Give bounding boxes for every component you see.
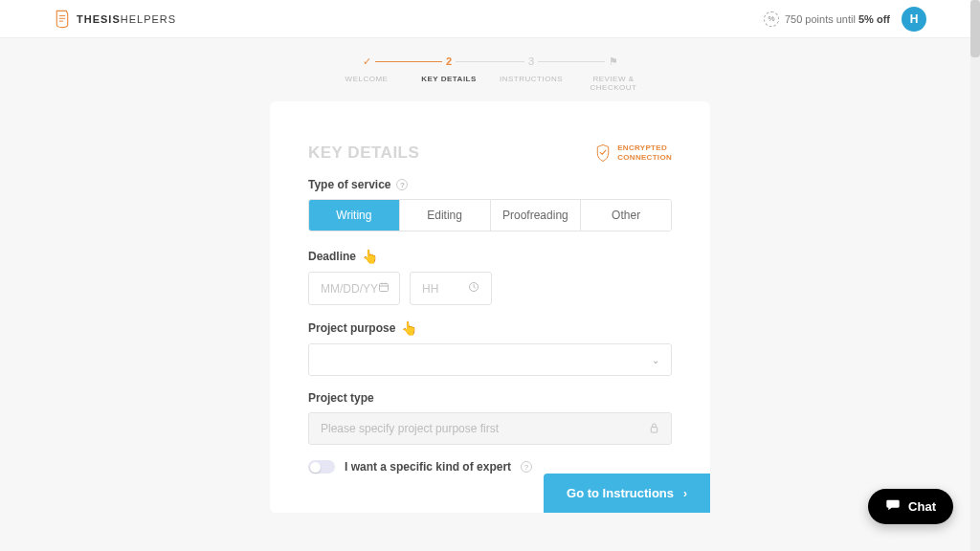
purpose-label: Project purpose 👆 [308, 320, 672, 336]
chevron-right-icon: › [683, 487, 687, 500]
scrollbar-thumb[interactable] [970, 0, 980, 57]
service-option-proofreading[interactable]: Proofreading [491, 200, 582, 231]
chat-icon [885, 498, 901, 515]
help-icon[interactable]: ? [521, 461, 532, 473]
shield-icon [594, 143, 612, 163]
purpose-select[interactable]: ⌄ [308, 343, 672, 376]
chat-button[interactable]: Chat [868, 489, 953, 524]
calendar-icon [378, 281, 390, 296]
deadline-time-input[interactable]: HH [410, 272, 492, 305]
header-right: % 750 points until 5% off H [764, 7, 926, 32]
encrypted-badge: ENCRYPTEDCONNECTION [594, 143, 672, 163]
logo[interactable]: THESISHELPERS [54, 10, 176, 29]
avatar[interactable]: H [902, 7, 926, 32]
deadline-label: Deadline 👆 [308, 249, 672, 264]
svg-rect-2 [651, 427, 657, 432]
service-option-writing[interactable]: Writing [309, 200, 400, 231]
expert-toggle-row: I want a specific kind of expert ? [308, 460, 672, 474]
svg-rect-0 [380, 284, 389, 292]
step-number-icon: 3 [524, 55, 538, 69]
logo-text: THESISHELPERS [77, 13, 176, 25]
step-label: KEY DETAILS [421, 75, 477, 83]
form-card: KEY DETAILS ENCRYPTEDCONNECTION Type of … [270, 101, 710, 513]
service-option-editing[interactable]: Editing [400, 200, 491, 231]
percent-icon: % [764, 11, 779, 27]
help-icon[interactable]: ? [396, 179, 408, 190]
step-label: INSTRUCTIONS [500, 75, 563, 83]
card-title: KEY DETAILS [308, 143, 419, 163]
check-icon: ✓ [359, 55, 375, 69]
stepper: ✓ WELCOME 2 KEY DETAILS 3 INSTRUCTIONS ⚑… [0, 38, 980, 101]
points-badge[interactable]: % 750 points until 5% off [764, 11, 890, 27]
expert-toggle[interactable] [308, 460, 335, 474]
step-welcome[interactable]: ✓ WELCOME [325, 55, 408, 92]
expert-toggle-label: I want a specific kind of expert [345, 460, 511, 474]
scrollbar[interactable] [970, 0, 980, 551]
go-to-instructions-button[interactable]: Go to Instructions › [544, 474, 710, 513]
lock-icon [649, 422, 659, 436]
service-segmented: Writing Editing Proofreading Other [308, 199, 672, 231]
project-type-label: Project type [308, 391, 672, 405]
chevron-down-icon: ⌄ [652, 355, 659, 365]
step-label: WELCOME [345, 75, 389, 83]
step-label: REVIEW & CHECKOUT [572, 75, 655, 92]
flag-icon: ⚑ [605, 55, 622, 69]
step-number-icon: 2 [442, 55, 456, 69]
header: THESISHELPERS % 750 points until 5% off … [0, 0, 980, 38]
pointer-icon: 👆 [362, 249, 378, 264]
service-label: Type of service ? [308, 178, 672, 191]
service-option-other[interactable]: Other [581, 200, 671, 231]
logo-icon [54, 10, 71, 29]
deadline-date-input[interactable]: MM/DD/YY [308, 272, 400, 305]
project-type-select: Please specify project purpose first [308, 412, 672, 445]
pointer-icon: 👆 [401, 320, 417, 336]
clock-icon [468, 281, 479, 296]
